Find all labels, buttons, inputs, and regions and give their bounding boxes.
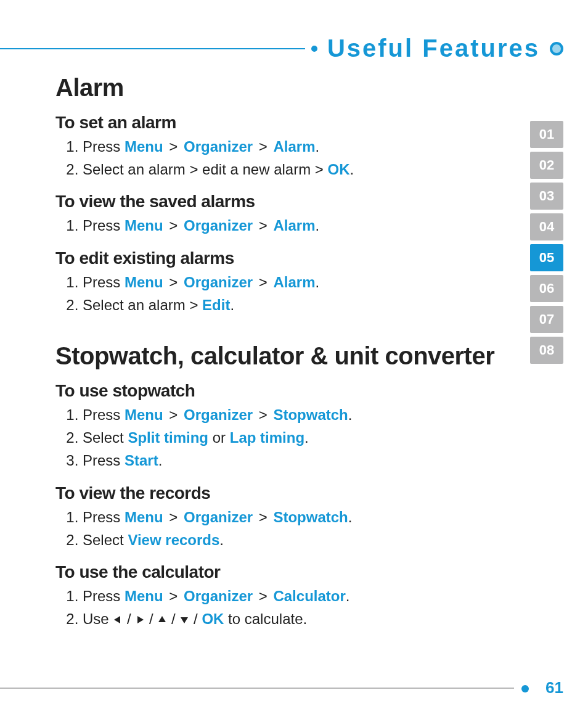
text: . bbox=[219, 532, 224, 548]
alarm-label: Alarm bbox=[273, 138, 315, 155]
chapter-tab-07[interactable]: 07 bbox=[530, 306, 563, 333]
chapter-tab-05[interactable]: 05 bbox=[530, 244, 563, 271]
page-section-title: Useful Features bbox=[327, 35, 540, 62]
content-area: Alarm To set an alarm Press Menu > Organ… bbox=[55, 62, 499, 635]
step: Press Menu > Organizer > Stopwatch. bbox=[83, 403, 499, 426]
separator: > bbox=[165, 509, 182, 525]
text: Press bbox=[83, 217, 125, 234]
steps-set-alarm: Press Menu > Organizer > Alarm. Select a… bbox=[55, 135, 499, 181]
up-arrow-icon bbox=[157, 608, 167, 631]
down-arrow-icon bbox=[179, 608, 189, 631]
step: Press Menu > Organizer > Alarm. bbox=[83, 214, 499, 237]
menu-label: Menu bbox=[125, 217, 163, 234]
header-bar: Useful Features bbox=[0, 35, 588, 62]
organizer-label: Organizer bbox=[184, 217, 253, 234]
text: Select bbox=[83, 532, 128, 548]
text: . bbox=[158, 452, 163, 469]
right-arrow-icon bbox=[135, 608, 145, 631]
separator: > bbox=[165, 588, 182, 604]
text: Press bbox=[83, 274, 125, 290]
svg-marker-2 bbox=[158, 616, 166, 622]
text: Press bbox=[83, 588, 125, 604]
organizer-label: Organizer bbox=[184, 138, 253, 155]
heading-alarm: Alarm bbox=[55, 74, 499, 102]
separator: > bbox=[255, 588, 271, 604]
step: Select an alarm > edit a new alarm > OK. bbox=[83, 158, 499, 181]
separator: > bbox=[255, 217, 271, 234]
ok-label: OK bbox=[328, 161, 350, 178]
separator: / bbox=[123, 610, 135, 627]
organizer-label: Organizer bbox=[184, 509, 253, 525]
separator: > bbox=[255, 406, 271, 423]
subheading-records: To view the records bbox=[55, 483, 499, 503]
chapter-tab-03[interactable]: 03 bbox=[530, 183, 563, 210]
header-rule bbox=[0, 48, 305, 49]
footer-dot bbox=[521, 685, 529, 692]
separator: / bbox=[145, 610, 157, 627]
separator: > bbox=[255, 138, 271, 155]
text: Select an alarm > edit a new alarm > bbox=[83, 161, 328, 178]
lap-timing-label: Lap timing bbox=[230, 429, 304, 446]
subheading-set-alarm: To set an alarm bbox=[55, 113, 499, 133]
separator: > bbox=[255, 274, 271, 290]
separator: / bbox=[189, 610, 202, 627]
steps-stopwatch: Press Menu > Organizer > Stopwatch. Sele… bbox=[55, 403, 499, 472]
chapter-tab-01[interactable]: 01 bbox=[530, 121, 563, 148]
footer-rule bbox=[0, 688, 514, 689]
separator: > bbox=[165, 138, 182, 155]
svg-marker-3 bbox=[181, 617, 188, 623]
separator: > bbox=[255, 509, 271, 525]
text: . bbox=[315, 138, 319, 155]
page-number: 61 bbox=[545, 678, 563, 697]
menu-label: Menu bbox=[125, 406, 163, 423]
steps-view-alarms: Press Menu > Organizer > Alarm. bbox=[55, 214, 499, 237]
alarm-label: Alarm bbox=[273, 274, 315, 290]
organizer-label: Organizer bbox=[184, 274, 253, 290]
separator: > bbox=[165, 406, 182, 423]
organizer-label: Organizer bbox=[184, 406, 253, 423]
menu-label: Menu bbox=[125, 588, 163, 604]
text: Press bbox=[83, 509, 125, 525]
step: Press Menu > Organizer > Calculator. bbox=[83, 585, 499, 607]
svg-marker-1 bbox=[137, 616, 144, 623]
start-label: Start bbox=[125, 452, 158, 469]
text: . bbox=[315, 217, 319, 234]
header-dot-right bbox=[550, 42, 563, 55]
chapter-tab-04[interactable]: 04 bbox=[530, 213, 563, 240]
stopwatch-label: Stopwatch bbox=[273, 509, 348, 525]
text: Press bbox=[83, 452, 125, 469]
chapter-tab-06[interactable]: 06 bbox=[530, 275, 563, 302]
text: . bbox=[304, 429, 309, 446]
step: Press Start. bbox=[83, 449, 499, 472]
menu-label: Menu bbox=[125, 509, 163, 525]
split-timing-label: Split timing bbox=[128, 429, 208, 446]
step: Press Menu > Organizer > Stopwatch. bbox=[83, 506, 499, 528]
chapter-tab-08[interactable]: 08 bbox=[530, 337, 563, 364]
calculator-label: Calculator bbox=[273, 588, 345, 604]
alarm-label: Alarm bbox=[273, 217, 315, 234]
chapter-tabs: 0102030405060708 bbox=[530, 121, 563, 368]
text: . bbox=[348, 509, 353, 525]
heading-tools: Stopwatch, calculator & unit converter bbox=[55, 342, 499, 370]
separator: / bbox=[167, 610, 179, 627]
subheading-calculator: To use the calculator bbox=[55, 562, 499, 582]
text: Select an alarm > bbox=[83, 297, 202, 313]
text: Use bbox=[83, 610, 113, 627]
step: Select an alarm > Edit. bbox=[83, 294, 499, 316]
steps-calculator: Press Menu > Organizer > Calculator. Use… bbox=[55, 585, 499, 631]
text: to calculate. bbox=[224, 610, 307, 627]
chapter-tab-02[interactable]: 02 bbox=[530, 152, 563, 179]
step: Select View records. bbox=[83, 528, 499, 551]
menu-label: Menu bbox=[125, 274, 163, 290]
stopwatch-label: Stopwatch bbox=[273, 406, 348, 423]
separator: > bbox=[165, 217, 182, 234]
step: Select Split timing or Lap timing. bbox=[83, 426, 499, 449]
step: Use / / / / OK to calculate. bbox=[83, 607, 499, 631]
organizer-label: Organizer bbox=[184, 588, 253, 604]
text: . bbox=[346, 588, 350, 604]
left-arrow-icon bbox=[113, 608, 123, 631]
svg-marker-0 bbox=[114, 616, 120, 623]
ok-label: OK bbox=[202, 610, 224, 627]
text: or bbox=[208, 429, 230, 446]
view-records-label: View records bbox=[128, 532, 219, 548]
